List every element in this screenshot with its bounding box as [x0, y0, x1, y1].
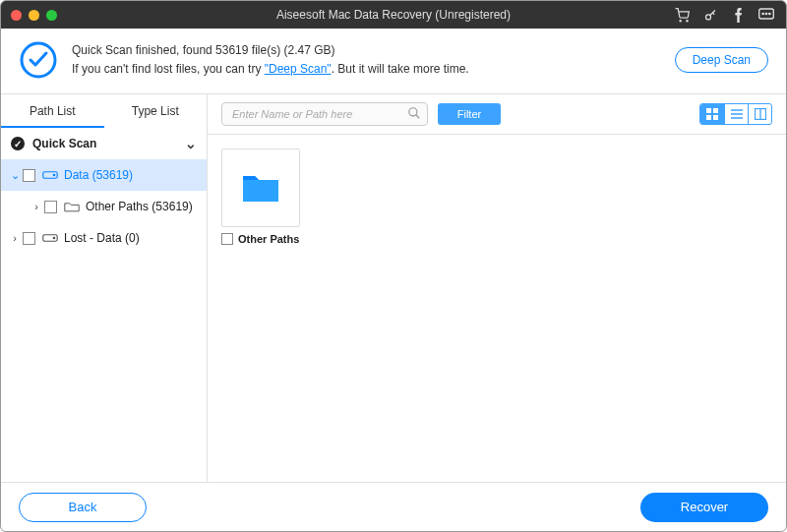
file-item[interactable]: Other Paths: [221, 148, 300, 245]
checkbox[interactable]: [221, 233, 233, 245]
chevron-right-icon[interactable]: ›: [29, 201, 44, 212]
checkbox[interactable]: [23, 169, 35, 182]
checkbox[interactable]: [44, 201, 57, 213]
svg-point-12: [409, 108, 417, 116]
titlebar: Aiseesoft Mac Data Recovery (Unregistere…: [1, 1, 786, 29]
content-area: Other Paths: [208, 135, 786, 259]
tree: ✓ Quick Scan ⌄ ⌄ Data (53619) › Other Pa…: [1, 128, 207, 254]
tree-label: Quick Scan: [32, 137, 183, 150]
key-icon[interactable]: [703, 8, 718, 23]
svg-point-0: [680, 20, 681, 21]
folder-icon: [221, 148, 300, 227]
facebook-icon[interactable]: [732, 8, 745, 23]
svg-point-2: [706, 14, 711, 19]
chevron-down-icon[interactable]: ⌄: [7, 169, 23, 182]
recover-button[interactable]: Recover: [640, 493, 768, 522]
svg-point-5: [765, 13, 766, 14]
sidebar: Path List Type List ✓ Quick Scan ⌄ ⌄ Dat…: [1, 94, 208, 482]
svg-rect-14: [713, 108, 718, 113]
disk-icon: [42, 169, 58, 181]
back-button[interactable]: Back: [19, 493, 147, 522]
svg-point-1: [687, 20, 688, 21]
grid-view-icon[interactable]: [700, 104, 724, 124]
file-label: Other Paths: [238, 233, 299, 245]
search-icon[interactable]: [407, 106, 421, 124]
status-tip-suffix: . But it will take more time.: [332, 62, 469, 76]
search-box: [221, 102, 428, 126]
svg-point-4: [762, 13, 763, 14]
tree-quick-scan[interactable]: ✓ Quick Scan ⌄: [1, 128, 207, 159]
tree-lost-data[interactable]: › Lost - Data (0): [1, 222, 207, 254]
folder-icon: [64, 201, 80, 212]
view-mode-buttons: [699, 103, 772, 125]
status-text: Quick Scan finished, found 53619 file(s)…: [72, 41, 675, 79]
cart-icon[interactable]: [675, 8, 690, 23]
status-mid: file(s): [248, 43, 283, 57]
scan-complete-icon: [19, 40, 58, 80]
chevron-right-icon[interactable]: ›: [7, 232, 23, 244]
checkbox[interactable]: [23, 232, 35, 245]
filter-button[interactable]: Filter: [438, 103, 501, 125]
main-panel: Filter Other Paths: [208, 94, 786, 482]
window-title: Aiseesoft Mac Data Recovery (Unregistere…: [1, 8, 786, 22]
svg-rect-13: [706, 108, 711, 113]
status-file-count: 53619: [215, 43, 248, 57]
column-view-icon[interactable]: [748, 104, 771, 124]
tree-label: Data (53619): [64, 168, 207, 182]
check-icon: ✓: [11, 137, 25, 150]
status-size: (2.47 GB): [283, 43, 334, 57]
svg-rect-15: [706, 115, 711, 120]
deep-scan-button[interactable]: Deep Scan: [675, 47, 768, 73]
tree-label: Other Paths (53619): [86, 200, 207, 213]
tab-type-list[interactable]: Type List: [104, 94, 208, 128]
tree-data[interactable]: ⌄ Data (53619): [1, 159, 207, 191]
tree-other-paths[interactable]: › Other Paths (53619): [1, 191, 207, 222]
toolbar: Filter: [208, 94, 786, 135]
chevron-down-icon[interactable]: ⌄: [183, 136, 199, 151]
svg-point-11: [53, 237, 55, 239]
list-view-icon[interactable]: [724, 104, 748, 124]
deep-scan-link[interactable]: "Deep Scan": [265, 62, 332, 76]
footer: Back Recover: [1, 482, 786, 531]
status-tip-prefix: If you can't find lost files, you can tr…: [72, 62, 265, 76]
status-bar: Quick Scan finished, found 53619 file(s)…: [1, 29, 786, 94]
svg-point-6: [769, 13, 770, 14]
feedback-icon[interactable]: [758, 8, 774, 23]
tree-label: Lost - Data (0): [64, 231, 207, 245]
disk-icon: [42, 232, 58, 244]
svg-point-9: [53, 174, 55, 176]
tab-path-list[interactable]: Path List: [1, 94, 104, 128]
svg-rect-16: [713, 115, 718, 120]
status-prefix: Quick Scan finished, found: [72, 43, 215, 57]
search-input[interactable]: [221, 102, 428, 126]
